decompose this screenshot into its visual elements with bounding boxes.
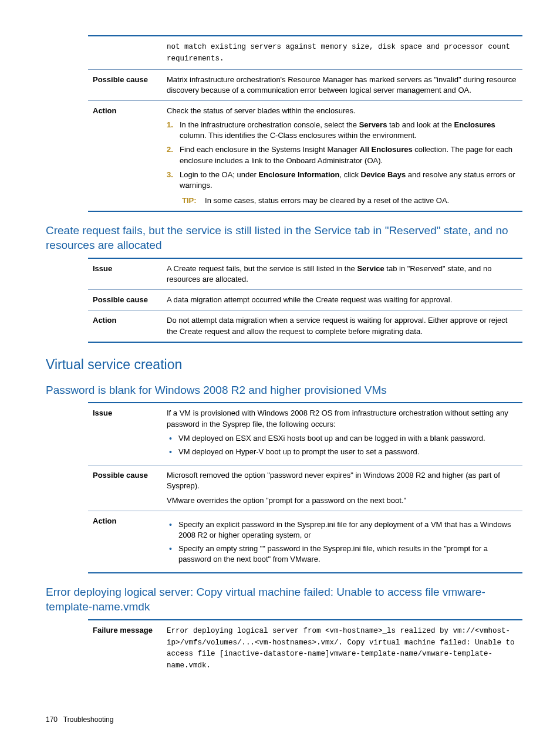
cell-content: Error deploying logical server from <vm-… (162, 620, 522, 676)
cell-content: If a VM is provisioned with Windows 2008… (162, 403, 522, 465)
bullet-list: Specify an explicit password in the Sysp… (167, 519, 518, 565)
step-number: 1. (167, 120, 173, 130)
issue-intro: If a VM is provisioned with Windows 2008… (167, 409, 508, 428)
tip-row: TIP: In some cases, status errors may be… (167, 195, 518, 206)
list-item: VM deployed on ESX and ESXi hosts boot u… (167, 433, 518, 444)
cell-content: Microsoft removed the option "password n… (162, 465, 522, 511)
cell-content: Check the status of server blades within… (162, 100, 522, 211)
step-number: 3. (167, 170, 173, 180)
list-item: VM deployed on Hyper-V boot up to prompt… (167, 447, 518, 457)
heading-error-deploying: Error deploying logical server: Copy vir… (46, 585, 514, 614)
step-number: 2. (167, 144, 173, 155)
cell-label: Action (88, 310, 162, 342)
heading-create-request-fails: Create request fails, but the service is… (46, 224, 514, 252)
cause-line-1: Microsoft removed the option "password n… (167, 470, 518, 491)
cell-content: Do not attempt data migration when a ser… (162, 310, 522, 342)
table-row: Action Do not attempt data migration whe… (88, 310, 522, 342)
table-row: Possible cause Microsoft removed the opt… (88, 465, 522, 511)
list-item: Specify an explicit password in the Sysp… (167, 519, 518, 541)
cell-content: Specify an explicit password in the Sysp… (162, 511, 522, 573)
table-row: Issue If a VM is provisioned with Window… (88, 403, 522, 465)
cell-label: Possible cause (88, 290, 162, 310)
heading-password-blank: Password is blank for Windows 2008 R2 an… (46, 383, 514, 398)
tip-text: In some cases, status errors may be clea… (205, 196, 449, 205)
page-footer: 170 Troubleshooting (46, 715, 113, 724)
list-item: 2. Find each enclosure in the Systems In… (167, 144, 518, 166)
table-row: Action Check the status of server blades… (88, 100, 522, 211)
cell-label-empty (88, 36, 162, 69)
bullet-list: VM deployed on ESX and ESXi hosts boot u… (167, 433, 518, 457)
table-row: Possible cause A data migration attempt … (88, 290, 522, 310)
cell-label: Issue (88, 258, 162, 290)
list-item: Specify an empty string "" password in t… (167, 544, 518, 565)
cell-content: Matrix infrastructure orchestration's Re… (162, 69, 522, 100)
table-row: Failure message Error deploying logical … (88, 620, 522, 676)
table-row: Action Specify an explicit password in t… (88, 511, 522, 573)
list-item: 1. In the infrastructure orchestration c… (167, 120, 518, 141)
cell-content: A data migration attempt occurred while … (162, 290, 522, 310)
table-row: Issue A Create request fails, but the se… (88, 258, 522, 290)
cell-content: A Create request fails, but the service … (162, 258, 522, 290)
cell-label: Failure message (88, 620, 162, 676)
failure-code: Error deploying logical server from <vm-… (167, 627, 515, 670)
cell-content: not match existing servers against memor… (162, 36, 522, 69)
table-create-request: Issue A Create request fails, but the se… (88, 258, 522, 343)
numbered-list: 1. In the infrastructure orchestration c… (167, 120, 518, 191)
page-number: 170 (46, 715, 58, 724)
tip-label: TIP: (182, 196, 197, 205)
action-intro: Check the status of server blades within… (167, 106, 356, 115)
heading-virtual-service-creation: Virtual service creation (46, 357, 514, 373)
cell-label: Action (88, 511, 162, 573)
table-failure-message: Failure message Error deploying logical … (88, 619, 522, 676)
cell-label: Possible cause (88, 69, 162, 100)
cause-line-2: VMware overrides the option "prompt for … (167, 495, 518, 506)
table-password-blank: Issue If a VM is provisioned with Window… (88, 402, 522, 573)
table-status-invalid: not match existing servers against memor… (88, 35, 522, 212)
cell-label: Action (88, 100, 162, 211)
list-item: 3. Login to the OA; under Enclosure Info… (167, 170, 518, 191)
table-row: not match existing servers against memor… (88, 36, 522, 69)
table-row: Possible cause Matrix infrastructure orc… (88, 69, 522, 100)
code-text: not match existing servers against memor… (167, 43, 510, 63)
cell-label: Possible cause (88, 465, 162, 511)
cell-label: Issue (88, 403, 162, 465)
section-name: Troubleshooting (63, 715, 114, 724)
